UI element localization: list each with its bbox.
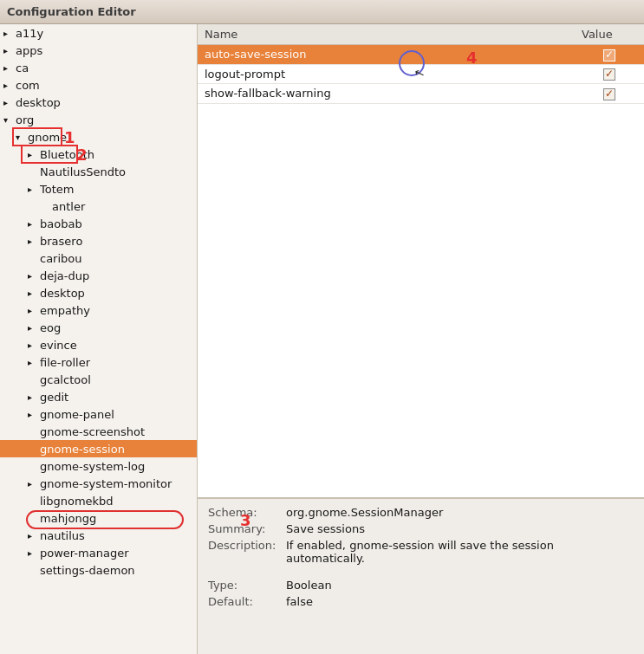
tree-arrow-gedit: ▸	[28, 392, 40, 402]
tree-label-ca: ca	[16, 62, 193, 74]
tree-label-antler: antler	[52, 200, 193, 213]
tree-label-gnome-session: gnome-session	[40, 443, 193, 456]
tree-item-gnome-session[interactable]: gnome-session	[0, 440, 197, 457]
tree-item-settings-daemon[interactable]: settings-daemon	[0, 561, 197, 579]
tree-label-gnome-screenshot: gnome-screenshot	[40, 425, 193, 438]
tree-item-ca[interactable]: ▸ca	[0, 59, 197, 76]
tree-arrow-empathy: ▸	[28, 306, 40, 315]
tree-item-gnome-system-log[interactable]: gnome-system-log	[0, 457, 197, 475]
tree-arrow-gnome-system-monitor: ▸	[28, 479, 40, 489]
tree-label-baobab: baobab	[40, 217, 193, 230]
default-value: false	[286, 595, 313, 608]
tree-item-file-roller[interactable]: ▸file-roller	[0, 353, 197, 371]
checkbox-show-fallback-warning[interactable]	[603, 88, 615, 100]
tree-label-gnome-system-log: gnome-system-log	[40, 460, 193, 473]
tree-label-eog: eog	[40, 321, 193, 334]
tree-arrow-gnome-panel: ▸	[28, 410, 40, 419]
checkbox-logout-prompt[interactable]	[603, 68, 615, 81]
default-row: Default: false	[208, 595, 634, 608]
tree-label-apps: apps	[16, 44, 193, 57]
default-label: Default:	[208, 595, 286, 608]
tree-item-baobab[interactable]: ▸baobab	[0, 215, 197, 232]
title-bar: Configuration Editor	[0, 0, 644, 24]
cell-value-show-fallback-warning[interactable]	[575, 84, 644, 104]
cell-name-logout-prompt: logout-prompt	[198, 64, 575, 84]
tree-label-gedit: gedit	[40, 391, 193, 404]
cell-name-show-fallback-warning: show-fallback-warning	[198, 84, 575, 104]
table-row-auto-save-session[interactable]: auto-save-session	[198, 45, 644, 65]
tree-item-gnome-system-monitor[interactable]: ▸gnome-system-monitor	[0, 475, 197, 492]
tree-item-nautilus[interactable]: ▸nautilus	[0, 527, 197, 544]
tree-panel: ▸a11y▸apps▸ca▸com▸desktop▾org▾gnome▸Blue…	[0, 24, 198, 654]
schema-row: Schema: org.gnome.SessionManager	[208, 506, 634, 519]
tree-arrow-baobab: ▸	[28, 219, 40, 229]
tree-label-file-roller: file-roller	[40, 356, 193, 369]
tree-arrow-power-manager: ▸	[28, 548, 40, 558]
type-section: Type: Boolean Default: false	[208, 579, 634, 608]
table-row-show-fallback-warning[interactable]: show-fallback-warning	[198, 84, 644, 104]
tree-arrow-Bluetooth: ▸	[28, 150, 40, 159]
tree-item-org[interactable]: ▾org	[0, 111, 197, 128]
tree-item-Bluetooth[interactable]: ▸Bluetooth	[0, 146, 197, 163]
tree-label-power-manager: power-manager	[40, 547, 193, 560]
type-row: Type: Boolean	[208, 579, 634, 592]
tree-item-caribou[interactable]: caribou	[0, 249, 197, 267]
tree-arrow-deja-dup: ▸	[28, 271, 40, 281]
tree-item-desktop2[interactable]: ▸desktop	[0, 284, 197, 301]
tree-item-power-manager[interactable]: ▸power-manager	[0, 544, 197, 561]
tree-arrow-evince: ▸	[28, 340, 40, 350]
tree-label-deja-dup: deja-dup	[40, 269, 193, 282]
tree-label-libgnomekbd: libgnomekbd	[40, 495, 193, 508]
tree-item-apps[interactable]: ▸apps	[0, 42, 197, 59]
title-label: Configuration Editor	[7, 5, 136, 18]
tree-item-Totem[interactable]: ▸Totem	[0, 180, 197, 197]
tree-label-desktop: desktop	[16, 96, 193, 109]
info-panel: Schema: org.gnome.SessionManager Summary…	[198, 498, 644, 654]
tree-arrow-eog: ▸	[28, 323, 40, 333]
cell-value-logout-prompt[interactable]	[575, 64, 644, 84]
tree-item-gnome[interactable]: ▾gnome	[0, 128, 197, 146]
tree-label-nautilus: nautilus	[40, 529, 193, 542]
tree-item-eog[interactable]: ▸eog	[0, 319, 197, 336]
tree-item-empathy[interactable]: ▸empathy	[0, 301, 197, 319]
tree-label-empathy: empathy	[40, 304, 193, 317]
tree-item-gedit[interactable]: ▸gedit	[0, 388, 197, 405]
cell-name-auto-save-session: auto-save-session	[198, 45, 575, 65]
type-label: Type:	[208, 579, 286, 592]
tree-arrow-ca: ▸	[3, 63, 16, 73]
tree-item-brasero[interactable]: ▸brasero	[0, 232, 197, 249]
summary-value: Save sessions	[286, 522, 365, 535]
tree-label-com: com	[16, 79, 193, 92]
tree-item-gnome-panel[interactable]: ▸gnome-panel	[0, 405, 197, 423]
tree-arrow-nautilus: ▸	[28, 531, 40, 541]
tree-arrow-file-roller: ▸	[28, 358, 40, 367]
table-row-logout-prompt[interactable]: logout-prompt	[198, 64, 644, 84]
right-panel: Name Value auto-save-sessionlogout-promp…	[198, 24, 644, 654]
schema-value: org.gnome.SessionManager	[286, 506, 443, 519]
tree-item-libgnomekbd[interactable]: libgnomekbd	[0, 492, 197, 509]
tree-item-gnome-screenshot[interactable]: gnome-screenshot	[0, 423, 197, 440]
tree-arrow-brasero: ▸	[28, 236, 40, 246]
tree-item-deja-dup[interactable]: ▸deja-dup	[0, 267, 197, 284]
tree-item-a11y[interactable]: ▸a11y	[0, 24, 197, 42]
tree-item-mahjongg[interactable]: mahjongg	[0, 509, 197, 527]
col-value-header: Value	[575, 24, 644, 45]
tree-label-Totem: Totem	[40, 183, 193, 196]
cell-value-auto-save-session[interactable]	[575, 45, 644, 65]
summary-row: Summary: Save sessions	[208, 522, 634, 535]
tree-label-brasero: brasero	[40, 235, 193, 248]
config-table: Name Value auto-save-sessionlogout-promp…	[198, 24, 644, 104]
tree-item-desktop[interactable]: ▸desktop	[0, 94, 197, 111]
tree-item-NautilusSendto[interactable]: NautilusSendto	[0, 163, 197, 180]
tree-label-settings-daemon: settings-daemon	[40, 564, 193, 577]
tree-item-antler[interactable]: antler	[0, 197, 197, 215]
tree-item-gcalctool[interactable]: gcalctool	[0, 371, 197, 388]
tree-arrow-apps: ▸	[3, 46, 16, 55]
tree-label-gnome-panel: gnome-panel	[40, 408, 193, 421]
tree-item-com[interactable]: ▸com	[0, 76, 197, 94]
tree-label-gnome-system-monitor: gnome-system-monitor	[40, 477, 193, 490]
checkbox-auto-save-session[interactable]	[603, 49, 615, 62]
description-value: If enabled, gnome-session will save the …	[286, 539, 634, 565]
tree-arrow-com: ▸	[3, 81, 16, 90]
tree-item-evince[interactable]: ▸evince	[0, 336, 197, 353]
